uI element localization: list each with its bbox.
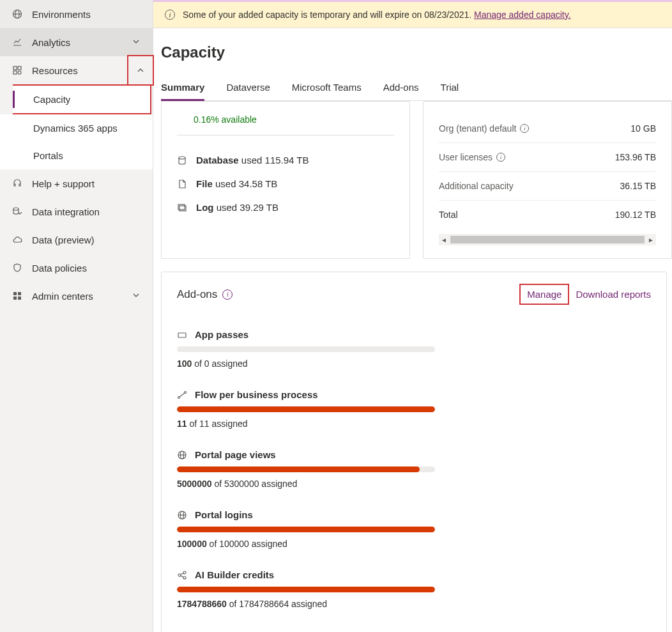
svg-rect-8 xyxy=(18,292,21,295)
globe-icon xyxy=(177,510,188,520)
info-icon[interactable]: i xyxy=(520,124,529,133)
log-icon xyxy=(177,203,188,213)
addons-actions: Manage Download reports xyxy=(519,284,651,305)
progress-bar xyxy=(177,527,435,532)
main-content: i Some of your added capacity is tempora… xyxy=(153,0,672,632)
table-row-total: Total 190.12 TB xyxy=(439,201,656,229)
addon-name: Flow per business process xyxy=(195,389,318,400)
sidebar-item-label: Data policies xyxy=(32,263,141,274)
svg-rect-2 xyxy=(13,66,17,70)
tab-teams[interactable]: Microsoft Teams xyxy=(292,82,362,100)
sidebar-item-label: Dynamics 365 apps xyxy=(33,123,141,134)
svg-point-11 xyxy=(179,157,185,159)
svg-rect-14 xyxy=(178,333,186,337)
addons-title: Add-ons xyxy=(177,288,217,301)
source-label: User licenses i xyxy=(439,152,505,162)
page-title: Capacity xyxy=(161,43,672,82)
addon-name: Portal page views xyxy=(195,449,276,460)
sidebar-item-label: Help + support xyxy=(32,178,141,189)
globe-icon xyxy=(177,450,188,460)
addons-card: Add-ons i Manage Download reports App pa… xyxy=(161,272,667,632)
sidebar-item-data-preview[interactable]: Data (preview) xyxy=(0,226,153,254)
svg-point-21 xyxy=(178,574,181,576)
tab-dataverse[interactable]: Dataverse xyxy=(226,82,270,100)
svg-point-22 xyxy=(183,571,186,574)
progress-bar xyxy=(177,587,435,592)
sidebar-item-label: Analytics xyxy=(32,37,123,48)
manage-capacity-link[interactable]: Manage added capacity. xyxy=(474,10,571,20)
svg-rect-10 xyxy=(18,297,21,300)
sidebar-item-admin-centers[interactable]: Admin centers xyxy=(0,282,153,310)
sidebar-item-capacity[interactable]: Capacity xyxy=(13,84,151,114)
sidebar-item-data-policies[interactable]: Data policies xyxy=(0,254,153,282)
chart-icon xyxy=(11,36,23,48)
sidebar-item-label: Data integration xyxy=(32,206,141,217)
horizontal-scrollbar[interactable]: ◄ ► xyxy=(439,234,656,245)
sidebar-item-resources[interactable]: Resources xyxy=(0,56,153,84)
sidebar-item-portals[interactable]: Portals xyxy=(0,142,153,169)
manage-link[interactable]: Manage xyxy=(519,284,569,305)
info-icon: i xyxy=(165,10,175,20)
progress-bar xyxy=(177,406,435,412)
tab-addons[interactable]: Add-ons xyxy=(383,82,419,100)
shield-icon xyxy=(11,262,23,274)
source-value: 10 GB xyxy=(630,123,656,134)
addon-head: AI Builder credits xyxy=(177,569,651,580)
sidebar-item-label: Portals xyxy=(33,150,141,161)
source-label: Org (tenant) default i xyxy=(439,123,529,134)
sidebar-item-dynamics365[interactable]: Dynamics 365 apps xyxy=(0,114,153,142)
database-icon xyxy=(177,155,188,166)
addon-item-flow: Flow per business process 11 of 11 assig… xyxy=(177,380,651,440)
scroll-track[interactable] xyxy=(450,236,645,243)
usage-label: Log used 39.29 TB xyxy=(196,202,279,213)
addon-head: Flow per business process xyxy=(177,389,651,400)
sidebar-item-data-integration[interactable]: Data integration xyxy=(0,197,153,226)
sidebar-item-label: Resources xyxy=(32,65,141,76)
cloud-icon xyxy=(11,234,23,245)
info-icon[interactable]: i xyxy=(222,289,233,300)
svg-rect-7 xyxy=(13,292,17,295)
sidebar-item-analytics[interactable]: Analytics xyxy=(0,28,153,56)
table-row: Org (tenant) default i 10 GB xyxy=(439,114,656,143)
svg-rect-4 xyxy=(13,71,17,74)
addon-head: Portal logins xyxy=(177,509,651,520)
addon-name: AI Builder credits xyxy=(195,569,274,580)
ai-icon xyxy=(177,570,188,580)
addon-item-portal-views: Portal page views 5000000 of 5300000 ass… xyxy=(177,440,651,500)
globe-icon xyxy=(11,8,23,20)
addon-item-ai-builder: AI Builder credits 1784788660 of 1784788… xyxy=(177,560,651,620)
usage-label: Database used 115.94 TB xyxy=(196,155,309,166)
usage-row-database: Database used 115.94 TB xyxy=(177,148,394,172)
scroll-right-icon[interactable]: ► xyxy=(646,236,656,243)
info-banner: i Some of your added capacity is tempora… xyxy=(153,2,672,28)
addons-list: App passes 100 of 0 assigned Flow per bu… xyxy=(162,314,666,632)
addon-name: App passes xyxy=(195,329,248,340)
source-value: 36.15 TB xyxy=(620,181,656,191)
tabs: Summary Dataverse Microsoft Teams Add-on… xyxy=(161,82,672,101)
addon-usage: 11 of 11 assigned xyxy=(177,419,651,429)
addon-usage: 100 of 0 assigned xyxy=(177,358,651,369)
tab-summary[interactable]: Summary xyxy=(161,82,204,100)
resources-icon xyxy=(11,65,23,76)
sidebar-item-environments[interactable]: Environments xyxy=(0,0,153,28)
headset-icon xyxy=(11,178,23,189)
download-reports-link[interactable]: Download reports xyxy=(576,289,651,300)
chevron-down-icon xyxy=(132,38,141,47)
addon-item-portal-logins: Portal logins 100000 of 100000 assigned xyxy=(177,500,651,560)
addon-name: Portal logins xyxy=(195,509,253,520)
file-icon xyxy=(177,179,188,189)
total-label: Total xyxy=(439,210,458,220)
tab-trial[interactable]: Trial xyxy=(441,82,459,100)
sidebar-item-help[interactable]: Help + support xyxy=(0,169,153,197)
svg-rect-3 xyxy=(18,66,21,70)
usage-row-file: File used 34.58 TB xyxy=(177,172,394,196)
source-value: 153.96 TB xyxy=(615,152,656,162)
chevron-down-icon xyxy=(132,291,141,300)
source-label: Additional capacity xyxy=(439,181,514,191)
flow-icon xyxy=(177,390,188,400)
sidebar-item-label: Data (preview) xyxy=(32,235,141,245)
scroll-left-icon[interactable]: ◄ xyxy=(439,236,449,243)
usage-row-log: Log used 39.29 TB xyxy=(177,196,394,219)
usage-label: File used 34.58 TB xyxy=(196,178,277,189)
info-icon[interactable]: i xyxy=(496,153,505,162)
